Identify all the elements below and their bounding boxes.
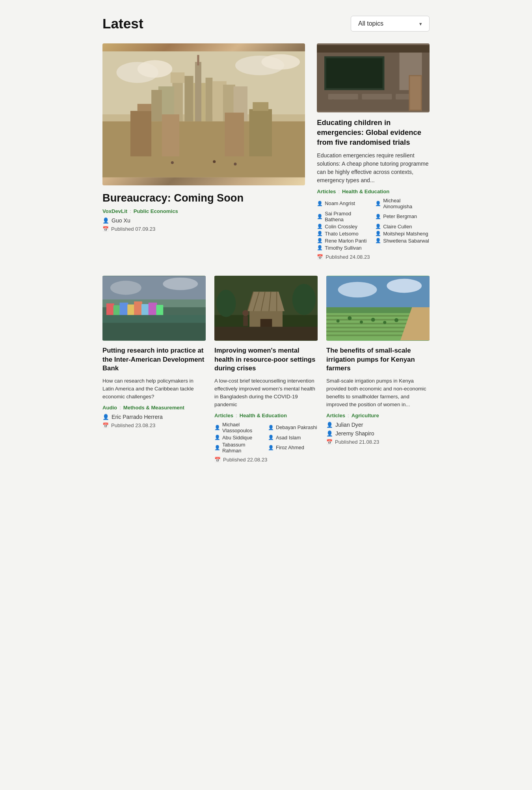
svg-point-88 [394,318,398,322]
featured-side-image [317,43,430,112]
svg-rect-50 [134,301,142,317]
bottom-card-desc-0: How can research help policymakers in La… [102,377,206,401]
author-item: 👤 Michael Vlassopoulos [214,422,264,433]
bottom-card-image-0 [102,276,206,341]
person-icon: 👤 [326,422,333,428]
svg-rect-40 [410,76,421,110]
chevron-down-icon: ▾ [419,21,422,27]
svg-rect-52 [149,303,157,317]
svg-point-3 [138,60,173,78]
person-icon: 👤 [317,231,323,236]
featured-main-title: Bureaucracy: Coming Soon [102,192,305,204]
bottom-card-meta-0: Audio : Methods & Measurement [102,405,206,411]
featured-side-date: Published 24.08.23 [326,254,370,260]
calendar-icon-bottom-1: 📅 [214,457,221,463]
svg-rect-7 [171,73,184,83]
svg-rect-10 [206,78,213,121]
author-item: 👤Colin Crossley [317,224,371,230]
person-icon: 👤 [375,201,381,206]
bottom-card-topic-tag-0[interactable]: Methods & Measurement [123,405,184,411]
person-icon: 👤 [102,414,109,420]
page-title: Latest [102,16,143,32]
svg-rect-67 [243,316,248,326]
author-item: 👤Sai Pramod Bathena [317,211,371,222]
svg-point-85 [360,321,363,324]
svg-rect-12 [195,62,201,132]
svg-point-84 [348,316,352,320]
person-icon: 👤 [317,224,323,229]
featured-main-topic-tag[interactable]: Public Economics [134,208,178,214]
svg-point-74 [387,279,422,293]
person-icon: 👤 [317,245,323,250]
svg-rect-33 [328,94,358,99]
bottom-card-date-2: Published 21.08.23 [335,439,379,445]
author-item: 👤Rene Marlon Panti [317,238,371,244]
svg-rect-70 [214,327,318,340]
svg-rect-32 [326,58,383,88]
featured-side-description: Education emergencies require resilient … [317,151,430,185]
svg-rect-21 [249,109,272,157]
featured-side-authors: 👤Noam Angrist👤Micheal Ainomugisha👤Sai Pr… [317,198,430,251]
bottom-article-card: The benefits of small-scale irrigation p… [326,276,430,463]
bottom-card-type-tag-0[interactable]: Audio [102,405,117,411]
bottom-card-type-tag-2[interactable]: Articles [326,413,345,418]
featured-side-article: Educating children in emergencies: Globa… [317,43,430,260]
svg-point-25 [171,161,174,164]
author-item: 👤 Julian Dyer [326,422,430,428]
svg-point-5 [261,54,300,69]
featured-side-type-tag[interactable]: Articles [317,189,336,194]
author-item: 👤Thato Letsomo [317,231,371,237]
featured-main-image [102,43,305,185]
bottom-card-desc-1: A low-cost brief telecounselling interve… [214,377,318,409]
calendar-icon: 📅 [102,226,109,232]
svg-rect-48 [120,303,128,317]
bottom-card-meta-2: Articles : Agriculture [326,413,430,418]
page-header: Latest All topics ▾ [102,16,430,32]
svg-rect-36 [332,99,334,107]
bottom-article-card: Improving women's mental health in resou… [214,276,318,463]
bottom-card-topic-tag-1[interactable]: Health & Education [240,413,287,418]
calendar-icon-bottom-2: 📅 [326,439,333,445]
svg-point-83 [337,319,340,323]
bottom-card-type-tag-1[interactable]: Articles [214,413,233,418]
bottom-card-meta-1: Articles : Health & Education [214,413,318,418]
bottom-card-topic-tag-2[interactable]: Agriculture [352,413,379,418]
bottom-card-date-row-0: 📅 Published 23.08.23 [102,422,206,428]
bottom-card-title-2: The benefits of small-scale irrigation p… [326,346,430,373]
bottom-card-title-1: Improving women's mental health in resou… [214,346,318,373]
author-item: 👤Shwetlena Sabarwal [375,238,430,244]
featured-main-source-tag[interactable]: VoxDevLit [102,208,127,214]
featured-side-topic-tag[interactable]: Health & Education [342,189,389,194]
authors-grid: 👤 Michael Vlassopoulos 👤 Debayan Pakrash… [214,422,318,454]
author-item: 👤Timothy Sullivan [317,245,371,251]
svg-rect-55 [102,315,206,323]
topic-dropdown-label: All topics [358,20,383,27]
svg-rect-46 [106,303,114,317]
svg-point-87 [383,321,386,324]
featured-side-date-row: 📅 Published 24.08.23 [317,254,430,260]
featured-grid: Bureaucracy: Coming Soon VoxDevLit : Pub… [102,43,430,260]
svg-rect-15 [151,90,162,121]
author-item: 👤Moitshepi Matsheng [375,231,430,237]
bottom-card-desc-2: Small-scale irrigation pumps in Kenya pr… [326,377,430,409]
bottom-articles-grid: Putting research into practice at the In… [102,276,430,463]
svg-point-68 [216,290,236,317]
featured-main-author: Guo Xu [112,217,130,224]
person-icon: 👤 [214,445,220,450]
author-item: 👤 Asad Islam [268,435,318,441]
author-item: 👤Peter Bergman [375,211,430,222]
svg-point-45 [163,278,198,290]
bottom-card-date-1: Published 22.08.23 [223,457,267,463]
bottom-article-card: Putting research into practice at the In… [102,276,206,463]
svg-rect-23 [162,114,179,156]
person-icon: 👤 [375,238,381,243]
svg-point-69 [292,284,316,315]
svg-rect-24 [225,113,244,157]
bottom-card-image-1 [214,276,318,341]
bottom-card-date-row-2: 📅 Published 21.08.23 [326,439,430,445]
topic-dropdown[interactable]: All topics ▾ [351,16,430,32]
person-icon: 👤 [317,238,323,243]
featured-side-meta: Articles : Health & Education [317,189,430,194]
person-icon: 👤 [268,445,274,450]
person-icon: 👤 [375,231,381,236]
